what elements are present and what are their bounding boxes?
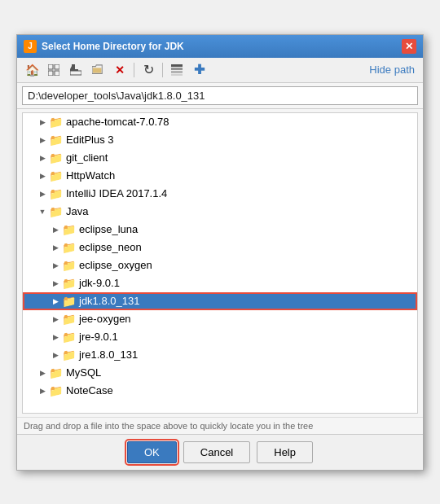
folder-icon: 📁 xyxy=(62,241,76,254)
expand-icon[interactable]: ▶ xyxy=(49,241,62,254)
folder-icon: 📁 xyxy=(62,331,76,344)
refresh-btn[interactable]: ↻ xyxy=(139,61,158,79)
svg-rect-2 xyxy=(48,71,53,76)
folder-icon: 📁 xyxy=(62,259,76,272)
tree-item[interactable]: ▶ 📁 eclipse_neon xyxy=(23,239,417,256)
new-folder-btn[interactable] xyxy=(88,61,108,79)
expand-icon[interactable]: ▶ xyxy=(49,259,62,272)
dialog: J Select Home Directory for JDK ✕ 🏠 xyxy=(16,34,424,471)
folder-icon: 📁 xyxy=(62,277,76,290)
item-label: eclipse_neon xyxy=(79,241,142,253)
item-label: apache-tomcat-7.0.78 xyxy=(66,116,169,128)
tree-item[interactable]: ▶ 📁 HttpWatch xyxy=(23,167,417,185)
expand-icon[interactable]: ▶ xyxy=(36,187,49,200)
expand-icon[interactable]: ▼ xyxy=(36,205,49,218)
tree-item[interactable]: ▶ 📁 git_client xyxy=(23,149,417,167)
toolbar-separator-2 xyxy=(162,63,163,77)
list-btn[interactable] xyxy=(167,61,187,79)
folder-icon: 📁 xyxy=(62,348,76,362)
tree-item[interactable]: ▶ 📁 NoteCase xyxy=(23,382,417,400)
folder-icon: 📁 xyxy=(49,187,63,200)
toolbar: 🏠 ✕ ↻ xyxy=(17,58,423,83)
item-label: IntelliJ IDEA 2017.1.4 xyxy=(66,187,167,199)
item-label: eclipse_oxygen xyxy=(79,259,152,271)
item-label: git_client xyxy=(66,151,108,164)
item-label: MySQL xyxy=(66,366,101,379)
expand-icon[interactable]: ▶ xyxy=(49,295,62,308)
expand-icon[interactable]: ▶ xyxy=(36,169,49,182)
item-label: jre-9.0.1 xyxy=(79,331,118,343)
tree-item[interactable]: ▶ 📁 IntelliJ IDEA 2017.1.4 xyxy=(23,185,417,203)
expand-icon[interactable]: ▶ xyxy=(36,384,49,397)
up-btn[interactable] xyxy=(66,61,86,79)
app-icon: J xyxy=(24,40,37,53)
folder-icon: 📁 xyxy=(49,366,63,379)
expand-icon[interactable]: ▶ xyxy=(36,134,49,147)
item-label: EditPlus 3 xyxy=(66,134,114,146)
help-button[interactable]: Help xyxy=(257,441,313,463)
item-label: Java xyxy=(66,205,88,217)
expand-icon[interactable]: ▶ xyxy=(49,348,62,362)
toolbar-separator-1 xyxy=(134,63,134,77)
path-bar xyxy=(17,83,423,109)
tree-item[interactable]: ▶ 📁 eclipse_oxygen xyxy=(23,256,417,274)
svg-rect-1 xyxy=(55,64,59,69)
hint-text: Drag and drop a file into the space abov… xyxy=(17,417,423,434)
close-button[interactable]: ✕ xyxy=(402,39,416,54)
folder-icon: 📁 xyxy=(62,313,76,326)
tree-item[interactable]: ▶ 📁 EditPlus 3 xyxy=(23,131,417,149)
tree-item[interactable]: ▶ 📁 jre1.8.0_131 xyxy=(23,346,417,364)
expand-icon[interactable]: ▶ xyxy=(49,277,62,290)
svg-rect-10 xyxy=(171,71,183,73)
grid-btn[interactable] xyxy=(44,61,64,79)
dialog-title: Select Home Directory for JDK xyxy=(42,41,184,52)
home-btn[interactable]: 🏠 xyxy=(22,61,42,79)
expand-icon[interactable]: ▶ xyxy=(36,151,49,164)
bottom-bar: OK Cancel Help xyxy=(17,434,423,470)
item-label: jee-oxygen xyxy=(79,313,131,325)
tree-item[interactable]: ▶ 📁 apache-tomcat-7.0.78 xyxy=(23,113,417,131)
hide-path-button[interactable]: Hide path xyxy=(366,62,418,77)
tree-item[interactable]: ▶ 📁 eclipse_luna xyxy=(23,221,417,239)
folder-icon: 📁 xyxy=(62,295,76,308)
folder-icon: 📁 xyxy=(49,116,63,129)
item-label: eclipse_luna xyxy=(79,223,138,235)
expand-icon[interactable]: ▶ xyxy=(49,223,62,236)
path-input[interactable] xyxy=(22,86,418,105)
item-label: NoteCase xyxy=(66,384,113,397)
tree-item[interactable]: ▶ 📁 jee-oxygen xyxy=(23,310,417,328)
tree-item[interactable]: ▶ 📁 MySQL xyxy=(23,364,417,382)
tree-item-selected[interactable]: ▶ 📁 jdk1.8.0_131 xyxy=(23,292,417,310)
tree-item[interactable]: ▶ 📁 jre-9.0.1 xyxy=(23,328,417,346)
svg-rect-0 xyxy=(48,64,53,69)
folder-icon: 📁 xyxy=(49,134,63,147)
ok-button[interactable]: OK xyxy=(127,441,177,463)
expand-icon[interactable]: ▶ xyxy=(49,331,62,344)
tree-item[interactable]: ▼ 📁 Java xyxy=(23,203,417,221)
delete-btn[interactable]: ✕ xyxy=(110,61,130,79)
svg-rect-8 xyxy=(171,64,183,67)
folder-icon: 📁 xyxy=(49,169,63,182)
item-label: jre1.8.0_131 xyxy=(79,348,138,361)
item-label: jdk-9.0.1 xyxy=(79,277,120,289)
svg-rect-7 xyxy=(70,71,81,75)
folder-icon: 📁 xyxy=(49,205,63,218)
tree-item[interactable]: ▶ 📁 jdk-9.0.1 xyxy=(23,274,417,292)
file-tree[interactable]: ▶ 📁 apache-tomcat-7.0.78 ▶ 📁 EditPlus 3 … xyxy=(22,112,418,414)
item-label: jdk1.8.0_131 xyxy=(79,295,139,307)
expand-icon[interactable]: ▶ xyxy=(36,116,49,129)
cancel-button[interactable]: Cancel xyxy=(183,441,250,463)
expand-icon[interactable]: ▶ xyxy=(49,313,62,326)
folder-icon: 📁 xyxy=(49,384,63,397)
item-label: HttpWatch xyxy=(66,169,115,182)
title-bar-left: J Select Home Directory for JDK xyxy=(24,40,184,53)
svg-rect-11 xyxy=(171,74,183,76)
svg-rect-3 xyxy=(55,71,59,76)
title-bar: J Select Home Directory for JDK ✕ xyxy=(17,35,423,58)
add-btn[interactable]: ✚ xyxy=(189,61,209,79)
folder-icon: 📁 xyxy=(62,223,76,236)
folder-icon: 📁 xyxy=(49,151,63,164)
expand-icon[interactable]: ▶ xyxy=(36,366,49,379)
svg-rect-9 xyxy=(171,68,183,70)
